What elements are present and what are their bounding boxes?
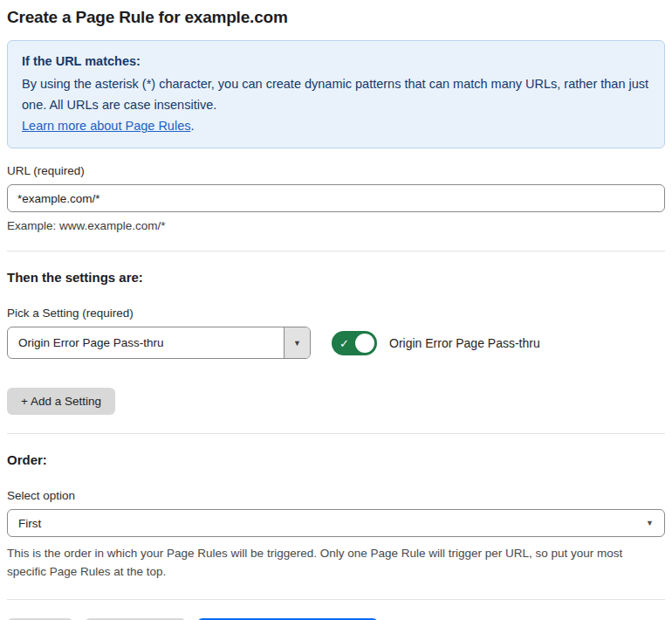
chevron-down-icon: ▼ <box>293 339 301 348</box>
chevron-down-icon: ▼ <box>646 519 654 527</box>
order-section-heading: Order: <box>7 452 665 467</box>
check-icon: ✓ <box>339 337 349 348</box>
order-select-value: First <box>18 517 41 530</box>
order-helper-text: This is the order in which your Page Rul… <box>7 544 653 581</box>
url-input[interactable] <box>7 184 665 212</box>
settings-section-heading: Then the settings are: <box>7 270 665 285</box>
divider <box>7 251 665 251</box>
setting-select-arrow-button[interactable]: ▼ <box>284 327 310 358</box>
setting-toggle[interactable]: ✓ <box>332 331 377 355</box>
url-match-info-box: If the URL matches: By using the asteris… <box>7 40 665 148</box>
info-box-heading: If the URL matches: <box>22 51 650 72</box>
learn-more-link[interactable]: Learn more about Page Rules <box>22 119 190 133</box>
url-example-helper: Example: www.example.com/* <box>7 219 665 232</box>
setting-select[interactable]: Origin Error Page Pass-thru ▼ <box>7 327 311 359</box>
pick-setting-label: Pick a Setting (required) <box>7 307 665 320</box>
info-box-link-line: Learn more about Page Rules. <box>22 115 650 136</box>
info-box-body: By using the asterisk (*) character, you… <box>22 73 650 115</box>
divider <box>7 599 665 600</box>
order-select[interactable]: First ▼ <box>7 509 665 537</box>
order-select-label: Select option <box>7 489 665 502</box>
toggle-knob <box>355 334 374 353</box>
setting-row: Origin Error Page Pass-thru ▼ ✓ Origin E… <box>7 327 665 359</box>
url-field-label: URL (required) <box>7 164 665 177</box>
setting-toggle-label: Origin Error Page Pass-thru <box>389 336 540 350</box>
divider <box>7 433 665 434</box>
page-title: Create a Page Rule for example.com <box>7 8 665 27</box>
setting-select-value: Origin Error Page Pass-thru <box>8 327 284 358</box>
page-rule-form: Create a Page Rule for example.com If th… <box>0 0 672 620</box>
add-setting-button[interactable]: + Add a Setting <box>7 388 115 415</box>
link-suffix: . <box>190 119 194 133</box>
